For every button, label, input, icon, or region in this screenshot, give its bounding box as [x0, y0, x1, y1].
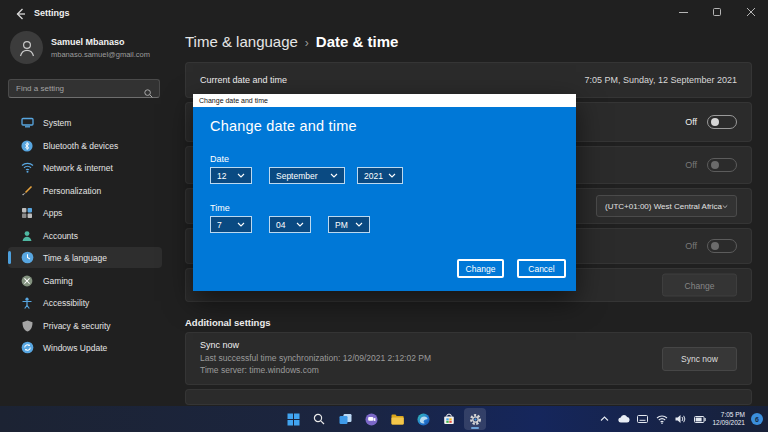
time-label: Time — [210, 203, 230, 213]
window-title: Settings — [34, 8, 70, 18]
battery-icon[interactable] — [693, 413, 706, 426]
hour-dropdown[interactable]: 7 — [210, 216, 252, 233]
sidebar-item-bluetooth[interactable]: Bluetooth & devices — [8, 135, 162, 156]
window-titlebar: Settings — [0, 0, 768, 28]
toggle-switch[interactable] — [707, 115, 737, 129]
search-box — [8, 79, 160, 98]
toggle-switch — [707, 239, 737, 253]
user-name: Samuel Mbanaso — [51, 37, 125, 47]
timezone-value: (UTC+01:00) West Central Africa — [605, 202, 722, 211]
chevron-down-icon — [722, 204, 728, 209]
chevron-down-icon — [330, 173, 338, 178]
accessibility-icon — [20, 296, 34, 310]
onedrive-cloud-icon[interactable] — [617, 413, 630, 426]
breadcrumb: Time & language›Date & time — [185, 33, 398, 50]
sidebar-item-network[interactable]: Network & internet — [8, 157, 162, 178]
breadcrumb-separator-icon: › — [305, 36, 309, 50]
notification-badge[interactable]: 6 — [751, 413, 763, 425]
settings-window: Settings Samuel Mbanaso mbanaso.samuel@g… — [0, 0, 768, 406]
task-view-icon[interactable] — [334, 408, 356, 430]
current-date-time-value: 7:05 PM, Sunday, 12 September 2021 — [585, 75, 737, 85]
current-date-time-row: Current date and time 7:05 PM, Sunday, 1… — [185, 62, 752, 98]
sync-now-button[interactable]: Sync now — [662, 347, 737, 371]
back-icon[interactable] — [12, 6, 28, 22]
toggle-wrap: Off — [685, 158, 737, 172]
sidebar-item-privacy[interactable]: Privacy & security — [8, 315, 162, 336]
toggle-switch — [707, 158, 737, 172]
change-date-time-dialog: Change date and time Change date and tim… — [193, 94, 576, 291]
toggle-state-label: Off — [685, 160, 697, 170]
change-button[interactable]: Change — [457, 259, 504, 278]
clock-time: 7:05 PM — [712, 411, 745, 419]
dialog-titlebar-text: Change date and time — [199, 97, 268, 104]
privacy-icon — [20, 319, 34, 333]
page-title: Date & time — [316, 33, 399, 50]
accounts-icon — [20, 229, 34, 243]
current-date-time-label: Current date and time — [200, 75, 287, 85]
toggle-state-label: Off — [685, 117, 697, 127]
time-language-icon — [20, 251, 34, 265]
chevron-up-icon[interactable] — [598, 413, 611, 426]
sidebar-item-personalization[interactable]: Personalization — [8, 180, 162, 201]
additional-settings-heading: Additional settings — [185, 317, 271, 328]
month-dropdown[interactable]: September — [269, 167, 345, 184]
gaming-icon — [20, 274, 34, 288]
chevron-down-icon — [355, 222, 363, 227]
sidebar-item-gaming[interactable]: Gaming — [8, 270, 162, 291]
year-dropdown[interactable]: 2021 — [357, 167, 403, 184]
start-icon[interactable] — [282, 408, 304, 430]
taskbar: 7:05 PM 12/09/2021 6 — [0, 406, 768, 432]
minute-dropdown[interactable]: 04 — [269, 216, 311, 233]
change-button-disabled: Change — [662, 274, 737, 297]
personalization-icon — [20, 184, 34, 198]
sidebar-item-time-language[interactable]: Time & language — [8, 247, 162, 268]
dialog-titlebar: Change date and time — [193, 94, 576, 107]
search-icon — [144, 84, 153, 102]
user-email: mbanaso.samuel@gmail.com — [51, 50, 150, 59]
search-input[interactable] — [16, 80, 136, 97]
maximize-icon[interactable] — [700, 0, 734, 24]
desktop: Settings Samuel Mbanaso mbanaso.samuel@g… — [0, 0, 768, 432]
wifi-icon[interactable] — [655, 413, 668, 426]
toggle-wrap: Off — [685, 115, 737, 129]
settings-icon[interactable] — [464, 408, 486, 430]
sync-time-server: Time server: time.windows.com — [200, 365, 319, 375]
ampm-dropdown[interactable]: PM — [328, 216, 370, 233]
chevron-down-icon — [237, 222, 245, 227]
sync-last-success: Last successful time synchronization: 12… — [200, 353, 431, 363]
close-icon[interactable] — [734, 0, 768, 24]
toggle-state-label: Off — [685, 241, 697, 251]
sidebar-item-apps[interactable]: Apps — [8, 202, 162, 223]
partial-row — [185, 389, 752, 405]
sidebar-item-accounts[interactable]: Accounts — [8, 225, 162, 246]
dialog-heading: Change date and time — [210, 118, 357, 134]
store-icon[interactable] — [438, 408, 460, 430]
chat-icon[interactable] — [360, 408, 382, 430]
chevron-down-icon — [296, 222, 304, 227]
chevron-down-icon — [237, 173, 245, 178]
day-dropdown[interactable]: 12 — [210, 167, 252, 184]
minimize-icon[interactable] — [666, 0, 700, 24]
file-explorer-icon[interactable] — [386, 408, 408, 430]
breadcrumb-parent[interactable]: Time & language — [185, 33, 298, 50]
sync-now-title: Sync now — [200, 340, 239, 350]
edge-icon[interactable] — [412, 408, 434, 430]
cancel-button[interactable]: Cancel — [517, 259, 566, 278]
date-label: Date — [210, 154, 229, 164]
dialog-body: Change date and time Date 12 September 2… — [193, 107, 576, 291]
clock-date: 12/09/2021 — [712, 419, 745, 427]
volume-icon[interactable] — [674, 413, 687, 426]
sidebar-item-windows-update[interactable]: Windows Update — [8, 337, 162, 358]
sidebar-item-accessibility[interactable]: Accessibility — [8, 292, 162, 313]
keyboard-icon[interactable] — [636, 413, 649, 426]
apps-icon — [20, 206, 34, 220]
chevron-down-icon — [388, 173, 396, 178]
avatar[interactable] — [10, 31, 43, 64]
search-icon[interactable] — [308, 408, 330, 430]
windows-update-icon — [20, 341, 34, 355]
sync-now-row: Sync now Last successful time synchroniz… — [185, 332, 752, 385]
bluetooth-icon — [20, 139, 34, 153]
sidebar-item-system[interactable]: System — [8, 112, 162, 133]
taskbar-clock[interactable]: 7:05 PM 12/09/2021 — [712, 411, 745, 427]
timezone-dropdown[interactable]: (UTC+01:00) West Central Africa — [596, 195, 737, 217]
